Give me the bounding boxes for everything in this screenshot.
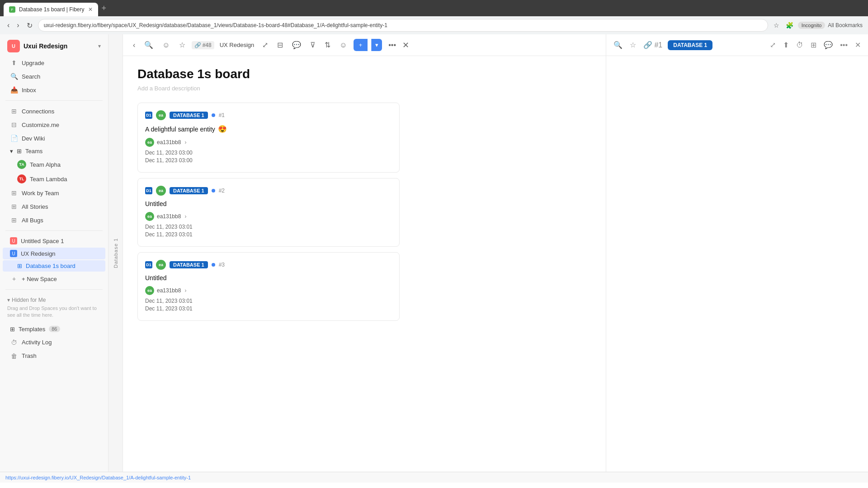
right-more-button[interactable]: •••	[838, 39, 849, 51]
add-dropdown-button[interactable]: ▾	[371, 39, 382, 51]
hidden-label-text: Hidden for Me	[12, 297, 46, 303]
board-title: Database 1s board	[137, 67, 591, 81]
new-tab-button[interactable]: +	[98, 4, 110, 13]
sidebar-item-teams[interactable]: ▾ ⊞ Teams	[3, 145, 105, 157]
board-description-placeholder[interactable]: Add a Board description	[137, 85, 591, 92]
sidebar-item-untitled-space[interactable]: U Untitled Space 1	[3, 235, 105, 247]
sidebar-item-templates[interactable]: ⊞ Templates 86	[3, 323, 105, 335]
sidebar-item-activity-log[interactable]: ⏱ Activity Log	[3, 336, 105, 349]
all-bookmarks-label: All Bookmarks	[828, 22, 863, 28]
right-panel-content	[606, 56, 868, 472]
card-1-emoji: 😍	[218, 125, 227, 133]
sidebar-item-connections[interactable]: ⊞ Connections	[3, 105, 105, 117]
sidebar-item-search[interactable]: 🔍 Search	[3, 70, 105, 83]
untitled-space-icon: U	[10, 237, 17, 244]
right-link-button[interactable]: 🔗 #1	[642, 39, 664, 51]
sidebar-item-customize[interactable]: ⊟ Customize.me	[3, 118, 105, 131]
back-nav-button[interactable]: ‹	[130, 39, 138, 51]
group-toolbar-button[interactable]: ☺	[337, 39, 349, 51]
right-search-button[interactable]: 🔍	[612, 39, 624, 51]
card-2-db-badge: DATABASE 1	[170, 187, 208, 194]
add-button[interactable]: +	[354, 39, 368, 51]
board-panel: ‹ 🔍 ☺ ☆ 🔗 #48 UX Redesign ⤢ ⊟ 💬 ⊽ ⇅ ☺ + …	[123, 34, 606, 472]
sidebar-item-inbox[interactable]: 📥 Inbox	[3, 84, 105, 96]
sidebar-divider-2	[5, 230, 103, 231]
more-toolbar-button[interactable]: •••	[386, 39, 399, 51]
sidebar-item-trash[interactable]: 🗑 Trash	[3, 350, 105, 362]
team-lambda-avatar: TL	[17, 174, 26, 183]
sidebar-item-devwiki[interactable]: 📄 Dev Wiki	[3, 132, 105, 145]
tab-favicon: F	[9, 6, 15, 13]
browser-tab[interactable]: F Database 1s board | Fibery ✕	[4, 3, 98, 16]
expand-toolbar-button[interactable]: ⤢	[259, 39, 271, 51]
table-toolbar-button[interactable]: ⊟	[274, 39, 286, 51]
card-3-expand-icon[interactable]: ›	[184, 287, 186, 294]
sidebar-item-ux-redesign[interactable]: U UX Redesign	[3, 248, 105, 259]
activity-log-icon: ⏱	[10, 339, 18, 346]
search-icon: 🔍	[10, 73, 18, 80]
right-expand-button[interactable]: ⤢	[768, 39, 778, 51]
card-1-header: D1 ea DATABASE 1 #1	[145, 110, 392, 120]
card-2-date2: Dec 11, 2023 03:01	[145, 231, 392, 238]
reload-button[interactable]: ↻	[25, 19, 34, 32]
card-1-author-small-avatar: ea	[145, 138, 154, 147]
filter-toolbar-button[interactable]: ⊽	[307, 39, 318, 51]
sidebar-item-upgrade[interactable]: ⬆ Upgrade	[3, 56, 105, 69]
address-text: uxui-redesign.fibery.io/fibery/space/UX_…	[44, 22, 387, 28]
chat-toolbar-button[interactable]: 💬	[289, 39, 304, 51]
card-1-date1: Dec 11, 2023 03:00	[145, 150, 392, 156]
sidebar-item-new-space[interactable]: + + New Space	[3, 272, 105, 285]
forward-button[interactable]: ›	[15, 19, 21, 31]
sidebar-item-all-stories[interactable]: ⊞ All Stories	[3, 200, 105, 213]
right-comment-button[interactable]: 💬	[822, 39, 835, 51]
emoji-toolbar-button[interactable]: ☺	[160, 39, 172, 51]
db-vertical-label: Database 1	[108, 34, 123, 472]
address-bar[interactable]: uxui-redesign.fibery.io/fibery/space/UX_…	[38, 19, 768, 32]
ux-redesign-icon: U	[10, 250, 17, 257]
right-close-button[interactable]: ✕	[853, 39, 863, 51]
sidebar-item-work-by-team[interactable]: ⊞ Work by Team	[3, 187, 105, 199]
sidebar-item-all-bugs[interactable]: ⊞ All Bugs	[3, 214, 105, 226]
hidden-label[interactable]: ▾ Hidden for Me	[7, 297, 101, 303]
sidebar-item-team-lambda[interactable]: TL Team Lambda	[3, 172, 105, 186]
card-1[interactable]: D1 ea DATABASE 1 #1 A delightful sample …	[137, 103, 400, 173]
workspace-chevron-icon[interactable]: ▾	[98, 43, 101, 49]
sort-toolbar-button[interactable]: ⇅	[322, 39, 333, 51]
card-3[interactable]: D1 ea DATABASE 1 #3 Untitled ea ea131bb8	[137, 252, 400, 321]
sidebar-team-alpha-label: Team Alpha	[30, 161, 61, 168]
hidden-section: ▾ Hidden for Me Drag and Drop Spaces you…	[0, 293, 108, 323]
sidebar-item-team-alpha[interactable]: TA Team Alpha	[3, 158, 105, 171]
right-grid-button[interactable]: ⊞	[809, 39, 818, 51]
team-alpha-avatar: TA	[17, 160, 26, 169]
back-button[interactable]: ‹	[5, 19, 11, 31]
incognito-badge: Incognito	[798, 22, 826, 29]
right-star-button[interactable]: ☆	[628, 39, 638, 51]
card-1-expand-icon[interactable]: ›	[184, 139, 186, 145]
link-count-badge[interactable]: 🔗 #48	[192, 41, 214, 49]
hidden-description: Drag and Drop Spaces you don't want to s…	[7, 305, 101, 319]
sidebar-templates-label: Templates	[19, 326, 45, 333]
tab-close-button[interactable]: ✕	[88, 6, 93, 13]
card-2-expand-icon[interactable]: ›	[184, 213, 186, 220]
sidebar-connections-label: Connections	[22, 108, 54, 115]
right-export-button[interactable]: ⬆	[781, 39, 791, 51]
tab-title: Database 1s board | Fibery	[19, 6, 85, 13]
sidebar-untitled-space-label: Untitled Space 1	[21, 238, 64, 244]
card-1-type-icon: D1	[145, 112, 152, 119]
new-space-icon: +	[10, 275, 18, 282]
card-2[interactable]: D1 ea DATABASE 1 #2 Untitled ea ea131bb8	[137, 178, 400, 247]
right-panel-toolbar: 🔍 ☆ 🔗 #1 DATABASE 1 ⤢ ⬆ ⏱ ⊞ 💬 ••• ✕	[606, 34, 868, 56]
close-toolbar-button[interactable]: ✕	[402, 40, 409, 50]
sidebar-devwiki-label: Dev Wiki	[22, 135, 45, 142]
link-count-text: #48	[203, 42, 212, 48]
card-2-status-dot	[212, 189, 215, 192]
search-toolbar-button[interactable]: 🔍	[142, 39, 156, 51]
right-history-button[interactable]: ⏱	[794, 39, 805, 51]
status-bar: https://uxui-redesign.fibery.io/UX_Redes…	[0, 472, 868, 483]
sidebar-inbox-label: Inbox	[22, 87, 36, 94]
sidebar-item-database-board[interactable]: ⊞ Database 1s board	[3, 260, 105, 272]
star-toolbar-button[interactable]: ☆	[176, 39, 188, 51]
extensions-button[interactable]: 🧩	[784, 20, 795, 31]
bookmark-star-button[interactable]: ☆	[772, 20, 781, 31]
card-3-date2: Dec 11, 2023 03:01	[145, 305, 392, 312]
